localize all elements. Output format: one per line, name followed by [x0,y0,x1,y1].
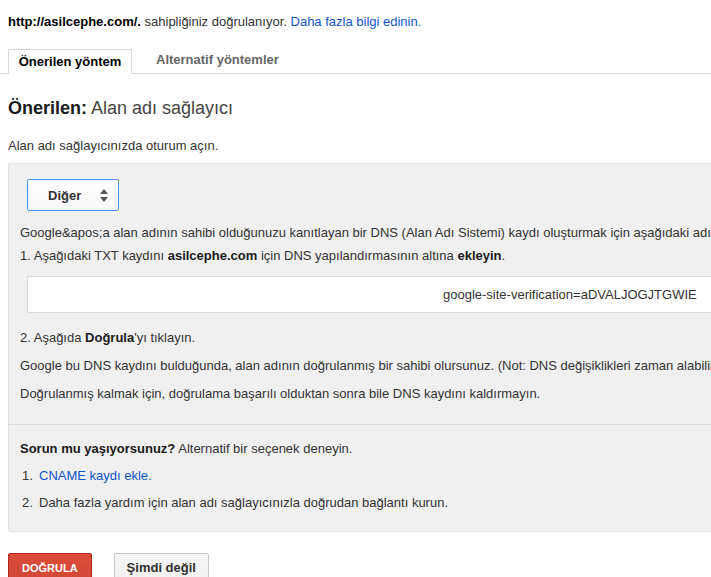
step1-bold: ekleyin [457,248,501,263]
trouble-text: Sorun mu yaşıyorsunuz? Alternatif bir se… [20,440,352,457]
login-instruction: Alan adı sağlayıcınızda oturum açın. [8,138,711,153]
step2-pre: 2. Aşağıda [20,330,85,345]
step-1-instruction: 1. Aşağıdaki TXT kaydını asilcephe.com i… [20,247,505,264]
recommended-label: Önerilen: [8,98,87,118]
action-buttons: DOĞRULA Şimdi değil [8,553,711,577]
step-2-instruction: 2. Aşağıda Doğrula'yı tıklayın. [20,329,195,346]
status-text: sahipliğiniz doğrulanıyor. [141,14,291,29]
learn-more-link[interactable]: Daha fazla bilgi edinin. [291,14,422,29]
list-item-number: 1. [22,468,39,483]
page-title: Önerilen: Alan adı sağlayıcı [8,98,711,119]
step1-domain: asilcephe.com [168,248,258,263]
contact-provider-text: Daha fazla yardım için alan adı sağlayıc… [39,495,448,510]
step1-post: . [502,248,506,263]
tab-recommended-method[interactable]: Önerilen yöntem [8,49,132,74]
step2-post: 'yı tıklayın. [134,330,195,345]
selected-provider: Diğer [48,188,81,203]
verification-status-line: http://asilcephe.com/. sahipliğiniz doğr… [8,14,711,29]
keep-record-note: Doğrulanmış kalmak için, doğrulama başar… [20,385,540,402]
verification-method-panel: Diğer Google&apos;a alan adının sahibi o… [8,163,711,532]
step2-bold: Doğrula [85,330,134,345]
not-now-button[interactable]: Şimdi değil [114,553,209,577]
tab-alternative-methods[interactable]: Alternatif yöntemler [132,48,303,73]
site-url: http://asilcephe.com/. [8,14,141,29]
step1-mid: için DNS yapılandırmasının altına [257,248,457,263]
section-divider [9,424,711,425]
list-item: 2.Daha fazla yardım için alan adı sağlay… [22,495,448,510]
trouble-bold: Sorun mu yaşıyorsunuz? [20,441,175,456]
txt-record-value-box[interactable]: google-site-verification=aDVALJOGJTGWIE [27,276,711,313]
domain-provider-select[interactable]: Diğer [27,179,119,211]
method-name: Alan adı sağlayıcı [87,98,233,118]
step1-pre: 1. Aşağıdaki TXT kaydını [20,248,168,263]
list-item-number: 2. [22,495,39,510]
method-tabs: Önerilen yöntem Alternatif yöntemler [0,49,711,74]
list-item: 1.CNAME kaydı ekle. [22,468,152,483]
up-down-arrows-icon [100,189,108,202]
dns-intro-text: Google&apos;a alan adının sahibi olduğun… [20,224,711,241]
verify-button[interactable]: DOĞRULA [8,553,92,577]
cname-record-link[interactable]: CNAME kaydı ekle. [39,468,152,483]
dns-found-note: Google bu DNS kaydını bulduğunda, alan a… [20,357,711,374]
trouble-rest: Alternatif bir seçenek deneyin. [175,441,352,456]
